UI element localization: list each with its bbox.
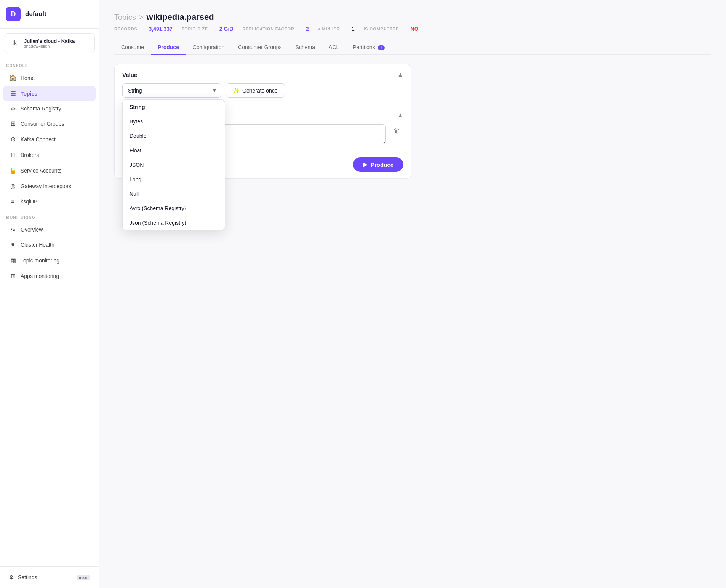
dropdown-item-json-schema-registry[interactable]: Json (Schema Registry) [123,216,225,230]
type-select-wrapper: String Bytes Double Float JSON Long Null… [122,83,221,98]
sidebar-item-kafka-connect[interactable]: ⊙ Kafka Connect [3,132,96,147]
min-isr-value: 1 [352,26,355,32]
sidebar-item-label: Home [21,75,35,81]
dropdown-item-null[interactable]: Null [123,187,225,201]
dropdown-item-float[interactable]: Float [123,143,225,158]
tab-configuration[interactable]: Configuration [186,40,231,55]
partitions-badge: 2 [378,45,385,50]
cluster-icon: ✳ [9,37,20,49]
schema-registry-icon: <> [9,106,17,112]
breadcrumb-separator: > [139,13,144,22]
service-accounts-icon: 🔒 [9,167,17,174]
settings-left: ⚙ Settings [9,574,37,580]
sidebar-item-service-accounts[interactable]: 🔒 Service Accounts [3,163,96,178]
sidebar-item-ksqldb[interactable]: ≡ ksqlDB [3,194,96,209]
cluster-selector[interactable]: ✳ Julien's cloud - Kafka shadow-julien [4,33,95,53]
sidebar-item-label: Gateway Interceptors [21,183,71,189]
produce-card: Value ▲ String Bytes Double Float JSON L… [114,64,411,179]
sidebar: D default ✳ Julien's cloud - Kafka shado… [0,0,99,588]
sidebar-item-label: Cluster Health [21,242,54,248]
dropdown-item-json[interactable]: JSON [123,158,225,172]
generate-icon: ✨ [233,88,240,94]
topic-size-label: TOPIC SIZE [182,27,208,31]
home-icon: 🏠 [9,74,17,81]
key-section-chevron[interactable]: ▲ [397,112,403,119]
produce-label: Produce [371,161,393,168]
sidebar-item-label: ksqlDB [21,198,37,205]
generate-once-button[interactable]: ✨ Generate once [226,83,285,98]
dropdown-item-double[interactable]: Double [123,129,225,143]
sidebar-item-label: Kafka Connect [21,136,56,142]
monitoring-section-label: MONITORING [0,209,99,222]
dropdown-item-bytes[interactable]: Bytes [123,114,225,129]
tab-partitions[interactable]: Partitions 2 [346,40,392,55]
brokers-icon: ⊡ [9,151,17,158]
sidebar-item-label: Schema Registry [21,105,61,112]
apps-monitoring-icon: ⊞ [9,272,17,280]
cluster-info: Julien's cloud - Kafka shadow-julien [24,38,75,48]
value-section-chevron[interactable]: ▲ [397,71,403,78]
sidebar-item-label: Topic monitoring [21,257,59,264]
dropdown-item-avro[interactable]: Avro (Schema Registry) [123,201,225,216]
tab-acl[interactable]: ACL [322,40,346,55]
type-select[interactable]: String Bytes Double Float JSON Long Null… [122,83,221,98]
tab-schema[interactable]: Schema [289,40,322,55]
replication-factor-label: REPLICATION FACTOR [242,27,294,31]
records-value: 3,491,337 [149,26,173,32]
app-logo: D [6,7,21,21]
breadcrumb: Topics > wikipedia.parsed [114,12,711,22]
cluster-health-icon: ♥ [9,241,17,248]
value-section-header: Value ▲ [122,71,403,78]
replication-factor-value: 2 [306,26,309,32]
records-label: RECORDS [114,27,138,31]
value-controls: String Bytes Double Float JSON Long Null… [122,83,403,98]
sidebar-item-topics[interactable]: ☰ Topics [3,86,96,101]
dropdown-item-string[interactable]: String [123,100,225,114]
topics-icon: ☰ [9,90,17,97]
consumer-groups-icon: ⊞ [9,120,17,127]
sidebar-item-brokers[interactable]: ⊡ Brokers [3,147,96,162]
settings-label: Settings [18,574,37,580]
sidebar-item-consumer-groups[interactable]: ⊞ Consumer Groups [3,116,96,131]
breadcrumb-topics-link[interactable]: Topics [114,13,136,22]
topic-monitoring-icon: ▦ [9,257,17,264]
sidebar-item-overview[interactable]: ∿ Overview [3,222,96,237]
generate-btn-label: Generate once [242,88,278,94]
sidebar-item-cluster-health[interactable]: ♥ Cluster Health [3,238,96,252]
dropdown-item-long[interactable]: Long [123,172,225,187]
sidebar-item-label: Brokers [21,152,39,158]
cluster-sub: shadow-julien [24,44,75,48]
min-isr-label: < MIN ISR [318,27,340,31]
overview-icon: ∿ [9,226,17,233]
produce-icon: ▶ [363,161,368,168]
value-section: Value ▲ String Bytes Double Float JSON L… [115,64,411,105]
topic-size-value: 2 GiB [219,26,233,32]
sidebar-header: D default [0,0,99,29]
tab-consumer-groups[interactable]: Consumer Groups [231,40,288,55]
sidebar-item-gateway-interceptors[interactable]: ◎ Gateway Interceptors [3,179,96,193]
is-compacted-value: NO [411,26,419,32]
breadcrumb-current: wikipedia.parsed [146,12,214,22]
tab-consume[interactable]: Consume [114,40,151,55]
sidebar-item-schema-registry[interactable]: <> Schema Registry [3,102,96,115]
sidebar-item-settings[interactable]: ⚙ Settings main [3,570,96,584]
is-compacted-label: IS COMPACTED [363,27,399,31]
sidebar-item-apps-monitoring[interactable]: ⊞ Apps monitoring [3,268,96,283]
settings-icon: ⚙ [9,574,14,580]
delete-key-button[interactable]: 🗑 [390,124,403,138]
main-content: Topics > wikipedia.parsed RECORDS 3,491,… [99,0,726,588]
tab-produce[interactable]: Produce [151,40,186,55]
sidebar-item-label: Overview [21,227,43,233]
cluster-name: Julien's cloud - Kafka [24,38,75,44]
sidebar-footer: ⚙ Settings main [0,566,99,588]
ksqldb-icon: ≡ [9,198,17,205]
sidebar-item-label: Topics [21,91,37,97]
console-section-label: CONSOLE [0,58,99,70]
type-dropdown-menu: String Bytes Double Float JSON Long Null… [122,99,225,230]
sidebar-item-home[interactable]: 🏠 Home [3,70,96,85]
produce-button[interactable]: ▶ Produce [353,157,403,172]
sidebar-item-topic-monitoring[interactable]: ▦ Topic monitoring [3,253,96,268]
sidebar-item-label: Consumer Groups [21,121,64,127]
value-section-title: Value [122,72,137,78]
version-badge: main [77,575,90,580]
